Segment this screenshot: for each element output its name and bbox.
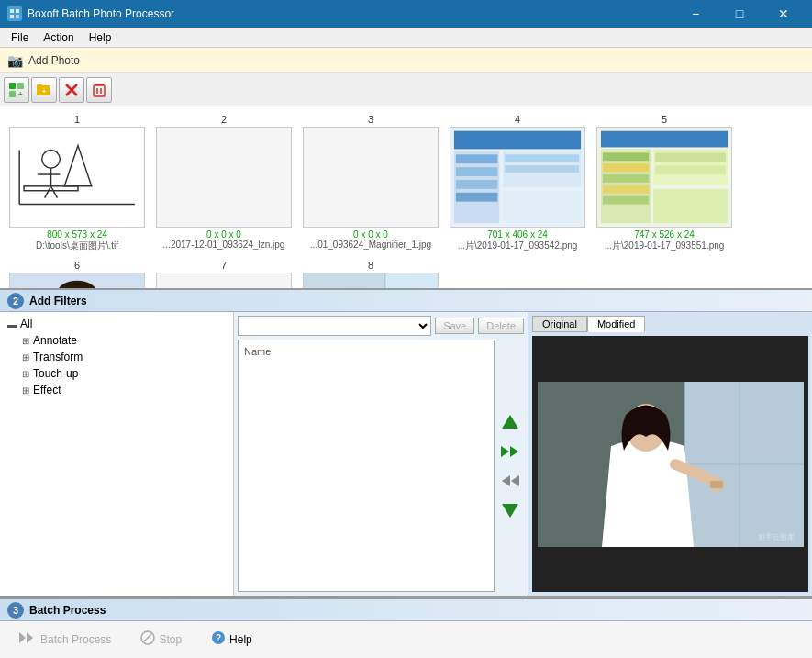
menu-bar: File Action Help — [0, 28, 812, 48]
window-controls: − □ ✕ — [674, 0, 805, 28]
preview-panel: Original Modified — [528, 312, 812, 596]
clear-button[interactable] — [86, 77, 112, 103]
svg-marker-64 — [510, 446, 518, 457]
svg-rect-47 — [603, 196, 649, 205]
filters-body: ▬ All ⊞ Annotate ⊞ Transform ⊞ Touch-up … — [0, 312, 812, 596]
tree-item-touchup[interactable]: ⊞ Touch-up — [4, 365, 229, 382]
svg-rect-76 — [710, 481, 723, 488]
image-strip: 1 800 x 573 x 24 D:\tools\桌面图片\.tif — [0, 106, 812, 290]
tree-item-annotate[interactable]: ⊞ Annotate — [4, 332, 229, 349]
image-num-6: 6 — [74, 260, 80, 271]
image-num-2: 2 — [221, 114, 227, 125]
tree-label-touchup: Touch-up — [33, 367, 78, 380]
batch-section: 3 Batch Process Batch Process — [0, 597, 812, 658]
tree-label-annotate: Annotate — [33, 334, 77, 347]
image-path-2: ...2017-12-01_093624_lzn.jpg — [163, 240, 285, 250]
save-filter-button[interactable]: Save — [435, 318, 474, 334]
image-thumb-5[interactable] — [596, 127, 732, 228]
stop-label: Stop — [159, 633, 182, 646]
image-num-7: 7 — [221, 260, 227, 271]
add-button[interactable]: + — [4, 77, 29, 103]
batch-process-label: Batch Process — [40, 633, 111, 646]
tree-expander-touchup: ⊞ — [22, 369, 29, 379]
image-cell-2[interactable]: 2 0 x 0 x 0 ...2017-12-01_093624_lzn.jpg — [150, 110, 297, 256]
move-up-button[interactable] — [499, 411, 521, 433]
menu-help[interactable]: Help — [82, 29, 119, 46]
stop-button[interactable]: Stop — [133, 627, 189, 652]
tree-item-effect[interactable]: ⊞ Effect — [4, 382, 229, 398]
svg-marker-65 — [511, 475, 519, 486]
image-thumb-6[interactable] — [9, 273, 145, 290]
image-cell-8[interactable]: 8 — [297, 256, 444, 290]
svg-rect-34 — [456, 180, 497, 189]
svg-rect-36 — [505, 154, 579, 162]
tree-label-transform: Transform — [33, 351, 83, 363]
image-thumb-1[interactable] — [9, 127, 145, 228]
maximize-button[interactable]: □ — [718, 0, 761, 28]
svg-rect-2 — [10, 15, 14, 18]
svg-rect-5 — [17, 83, 24, 89]
image-cell-4[interactable]: 4 701 x 406 x 24 ...片\2019-01-17_093542.… — [444, 110, 591, 256]
help-button[interactable]: ? Help — [204, 627, 260, 652]
remove-button[interactable] — [59, 77, 84, 103]
menu-action[interactable]: Action — [36, 29, 81, 46]
batch-process-icon — [18, 630, 37, 649]
image-thumb-7[interactable] — [156, 273, 292, 290]
svg-rect-14 — [94, 85, 105, 96]
image-cell-3[interactable]: 3 0 x 0 x 0 ...01_093624_Magnifier_1.jpg — [297, 110, 444, 256]
tree-expander-annotate: ⊞ — [22, 336, 29, 346]
delete-filter-button[interactable]: Delete — [478, 318, 524, 334]
svg-rect-33 — [456, 167, 497, 176]
arrows-panel — [496, 340, 524, 592]
add-filters-header: 2 Add Filters — [0, 290, 812, 312]
svg-rect-48 — [655, 152, 726, 162]
filter-list: Name — [238, 340, 495, 592]
batch-section-num: 3 — [7, 602, 24, 619]
svg-rect-3 — [16, 15, 19, 18]
move-down-button[interactable] — [499, 499, 521, 521]
image-cell-5[interactable]: 5 747 x 526 x 24 ...片\2019-01-17_093551.… — [591, 110, 738, 256]
fast-forward-button[interactable] — [499, 441, 521, 463]
svg-rect-4 — [9, 83, 16, 89]
tree-label-effect: Effect — [33, 384, 61, 396]
close-button[interactable]: ✕ — [762, 0, 805, 28]
add-folder-button[interactable]: + — [31, 77, 57, 103]
minimize-button[interactable]: − — [674, 0, 717, 28]
svg-rect-45 — [603, 174, 649, 183]
svg-rect-6 — [9, 91, 16, 97]
tree-label-all: All — [20, 318, 32, 330]
tree-item-all[interactable]: ▬ All — [4, 316, 229, 332]
svg-rect-1 — [16, 9, 19, 13]
image-path-1: D:\tools\桌面图片\.tif — [36, 240, 118, 252]
menu-file[interactable]: File — [4, 29, 36, 46]
svg-rect-44 — [603, 163, 649, 172]
image-path-3: ...01_093624_Magnifier_1.jpg — [310, 240, 431, 250]
image-thumb-3[interactable] — [303, 127, 439, 228]
rewind-button[interactable] — [499, 470, 521, 492]
help-label: Help — [229, 633, 252, 646]
image-num-1: 1 — [74, 114, 80, 125]
tab-modified[interactable]: Modified — [587, 316, 646, 332]
image-cell-7[interactable]: 7 — [150, 256, 297, 290]
svg-marker-78 — [19, 632, 26, 643]
help-icon: ? — [211, 630, 226, 649]
image-thumb-8[interactable] — [303, 273, 439, 290]
title-bar: Boxoft Batch Photo Processor − □ ✕ — [0, 0, 812, 28]
tab-original[interactable]: Original — [532, 316, 587, 332]
svg-rect-28 — [454, 131, 581, 150]
tree-item-transform[interactable]: ⊞ Transform — [4, 349, 229, 365]
svg-rect-17 — [10, 128, 143, 227]
filters-top-bar: Save Delete — [238, 316, 524, 336]
svg-rect-31 — [503, 191, 581, 224]
batch-header: 3 Batch Process — [0, 599, 812, 621]
image-thumb-2[interactable] — [156, 127, 292, 228]
filters-title: Add Filters — [29, 295, 87, 307]
batch-process-button[interactable]: Batch Process — [11, 627, 118, 652]
image-cell-6[interactable]: 6 — [4, 256, 150, 290]
svg-rect-58 — [385, 273, 438, 290]
image-thumb-4[interactable] — [450, 127, 585, 228]
filter-dropdown[interactable] — [238, 316, 431, 336]
image-cell-1[interactable]: 1 800 x 573 x 24 D:\tools\桌面图片\.tif — [4, 110, 150, 256]
svg-text:?: ? — [216, 633, 221, 643]
tree-expander-transform: ⊞ — [22, 352, 29, 362]
